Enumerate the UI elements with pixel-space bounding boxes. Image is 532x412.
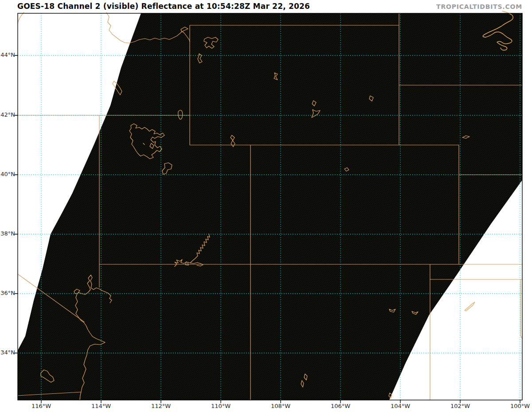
lon-tick-label-108w: 108°W [266, 403, 295, 410]
latitude-tick-marks [15, 55, 18, 353]
lat-tick-label-40n: 40°N [0, 171, 15, 178]
lat-tick-label-38n: 38°N [0, 230, 15, 237]
lat-tick-label-34n: 34°N [0, 349, 15, 356]
map-canvas [0, 0, 532, 412]
lon-tick-label-114w: 114°W [86, 403, 116, 410]
satellite-map-page: GOES-18 Channel 2 (visible) Reflectance … [0, 0, 532, 412]
lon-tick-label-102w: 102°W [446, 403, 475, 410]
lat-tick-label-44n: 44°N [0, 51, 15, 59]
lon-tick-label-110w: 110°W [206, 403, 235, 410]
lon-tick-label-106w: 106°W [326, 403, 355, 410]
lon-tick-label-116w: 116°W [27, 403, 56, 410]
lon-tick-label-112w: 112°W [146, 403, 176, 410]
lat-tick-label-42n: 42°N [0, 111, 15, 118]
lon-tick-label-104w: 104°W [386, 403, 415, 410]
lon-tick-label-100w: 100°W [505, 403, 532, 410]
lat-tick-label-36n: 36°N [0, 290, 15, 297]
